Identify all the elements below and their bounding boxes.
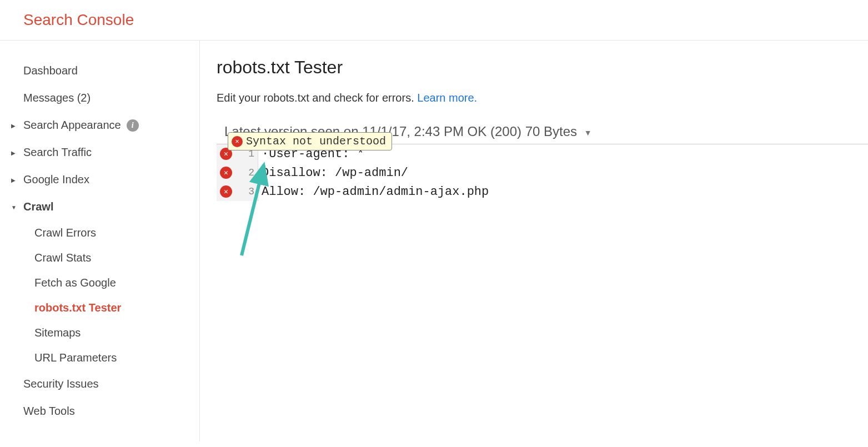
sidebar-label: Crawl xyxy=(23,200,53,213)
robots-editor[interactable]: 1 2 3 ·User-agent: * Disallow: /wp-admin… xyxy=(217,144,868,201)
tooltip-text: Syntax not understood xyxy=(246,135,386,148)
sidebar-item-crawl[interactable]: Crawl xyxy=(11,193,199,220)
sidebar-item-security-issues[interactable]: Security Issues xyxy=(11,370,199,398)
sidebar-label: Sitemaps xyxy=(34,327,81,339)
main-container: Dashboard Messages (2) Search Appearance… xyxy=(0,41,868,441)
sidebar-subitem-url-parameters[interactable]: URL Parameters xyxy=(11,345,199,370)
subtitle-text: Edit your robots.txt and check for error… xyxy=(217,92,417,104)
sidebar-subitem-sitemaps[interactable]: Sitemaps xyxy=(11,320,199,345)
sidebar-subitem-fetch-as-google[interactable]: Fetch as Google xyxy=(11,270,199,295)
chevron-down-icon: ▼ xyxy=(584,128,592,137)
sidebar-item-web-tools[interactable]: Web Tools xyxy=(11,398,199,425)
error-icon[interactable] xyxy=(220,185,232,198)
app-title: Search Console xyxy=(23,11,868,29)
error-icon xyxy=(232,136,243,147)
line-number: 2 xyxy=(235,167,254,178)
editor-code[interactable]: ·User-agent: * Disallow: /wp-admin/ Allo… xyxy=(258,144,489,201)
sidebar-label: Google Index xyxy=(23,173,89,186)
sidebar-label: Messages (2) xyxy=(23,92,91,104)
caret-right-icon xyxy=(11,122,23,129)
caret-right-icon xyxy=(11,149,23,157)
syntax-error-tooltip: Syntax not understood xyxy=(228,132,392,150)
code-line[interactable]: Allow: /wp-admin/admin-ajax.php xyxy=(262,182,489,201)
info-icon[interactable]: i xyxy=(127,119,139,132)
sidebar-label: URL Parameters xyxy=(34,351,117,364)
error-icon[interactable] xyxy=(220,167,232,179)
sidebar-subitem-robots-tester[interactable]: robots.txt Tester xyxy=(11,295,199,320)
gutter-row: 3 xyxy=(217,182,258,201)
editor-wrap: Syntax not understood 1 xyxy=(217,144,868,201)
sidebar-item-messages[interactable]: Messages (2) xyxy=(11,84,199,112)
sidebar-label: Dashboard xyxy=(23,64,78,77)
sidebar-label: Search Traffic xyxy=(23,146,92,159)
sidebar: Dashboard Messages (2) Search Appearance… xyxy=(0,41,200,441)
caret-down-icon xyxy=(11,203,23,211)
sidebar-label: Crawl Errors xyxy=(34,227,96,239)
sidebar-item-dashboard[interactable]: Dashboard xyxy=(11,57,199,84)
sidebar-label: Security Issues xyxy=(23,378,99,390)
sidebar-label: Web Tools xyxy=(23,405,75,418)
page-title: robots.txt Tester xyxy=(217,57,868,78)
subtitle: Edit your robots.txt and check for error… xyxy=(217,92,868,104)
learn-more-link[interactable]: Learn more. xyxy=(417,92,477,104)
sidebar-label: Search Appearance xyxy=(23,119,121,132)
sidebar-subitem-crawl-errors[interactable]: Crawl Errors xyxy=(11,220,199,245)
line-number: 3 xyxy=(235,186,254,197)
code-line[interactable]: Disallow: /wp-admin/ xyxy=(262,163,489,182)
sidebar-subitem-crawl-stats[interactable]: Crawl Stats xyxy=(11,245,199,270)
sidebar-label: Fetch as Google xyxy=(34,277,116,289)
caret-right-icon xyxy=(11,176,23,184)
sidebar-item-search-appearance[interactable]: Search Appearance i xyxy=(11,112,199,139)
main-content: robots.txt Tester Edit your robots.txt a… xyxy=(200,41,868,441)
sidebar-label: robots.txt Tester xyxy=(34,302,121,314)
sidebar-item-search-traffic[interactable]: Search Traffic xyxy=(11,139,199,166)
editor-gutter: 1 2 3 xyxy=(217,144,258,201)
gutter-row: 2 xyxy=(217,163,258,182)
app-header: Search Console xyxy=(0,0,868,41)
sidebar-label: Crawl Stats xyxy=(34,252,91,264)
sidebar-item-google-index[interactable]: Google Index xyxy=(11,166,199,193)
